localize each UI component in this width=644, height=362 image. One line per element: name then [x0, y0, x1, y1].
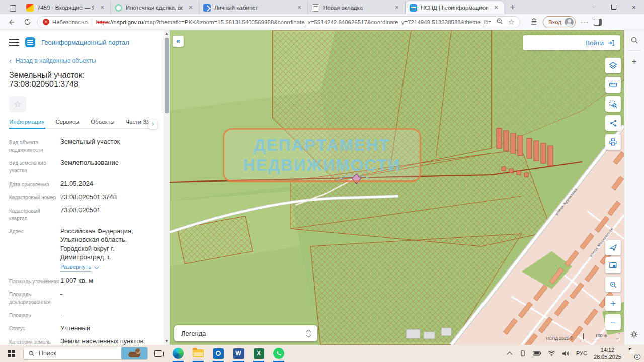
- field-row: Площадь-: [9, 310, 154, 319]
- start-button[interactable]: [0, 345, 23, 362]
- notification-center-button[interactable]: 2: [628, 349, 639, 358]
- sidebar-add-icon[interactable]: +: [632, 57, 637, 67]
- tab-new[interactable]: Новая вкладка ×: [308, 1, 406, 14]
- search-highlight-image[interactable]: [121, 347, 147, 359]
- minimap-button[interactable]: [605, 257, 621, 273]
- taskbar-explorer[interactable]: [188, 345, 208, 362]
- back-icon[interactable]: [5, 16, 17, 28]
- collapse-panel-button[interactable]: «: [173, 36, 184, 47]
- back-to-results-link[interactable]: ‹ Назад в найденные объекты: [9, 57, 154, 65]
- browser-toolbar: × Небезопасно https://nspd.gov.ru/map?th…: [0, 14, 644, 30]
- tray-expand-icon[interactable]: [507, 351, 512, 357]
- wifi-icon[interactable]: [548, 350, 555, 356]
- toolbar-right: Вход ···: [525, 16, 602, 28]
- field-row: СтатусУчтенный: [9, 324, 154, 333]
- refresh-icon[interactable]: [21, 16, 33, 28]
- scale-bar: 100 m: [583, 333, 619, 339]
- divider: [92, 19, 92, 26]
- volume-icon[interactable]: [562, 350, 570, 357]
- print-button[interactable]: [605, 134, 621, 150]
- field-row: Площадь уточненная1 007 кв. м: [9, 276, 154, 285]
- task-view-icon: [154, 350, 162, 357]
- zoom-out-page-icon[interactable]: [496, 18, 503, 26]
- url-text[interactable]: https://nspd.gov.ru/map?thematic=PKK&zoo…: [96, 19, 491, 25]
- menu-icon[interactable]: [9, 39, 19, 46]
- tab-objects[interactable]: Объекты: [91, 119, 114, 125]
- task-view-button[interactable]: [148, 345, 168, 362]
- taskbar-word[interactable]: W: [228, 345, 249, 362]
- close-window-button[interactable]: ×: [624, 0, 644, 14]
- phone-link-icon[interactable]: [519, 350, 526, 357]
- scrollbar-thumb[interactable]: [165, 38, 169, 113]
- maximize-button[interactable]: [604, 0, 624, 14]
- favorite-parcel-button[interactable]: ☆: [9, 96, 26, 112]
- zoom-out-button[interactable]: −: [605, 314, 621, 330]
- scroll-up-icon[interactable]: ▲: [164, 30, 170, 37]
- expand-address-link[interactable]: Развернуть: [60, 263, 154, 272]
- tab-services[interactable]: Сервисы: [55, 119, 79, 125]
- taskbar-search-input[interactable]: Поиск: [23, 347, 148, 360]
- sidebar-search-icon[interactable]: [630, 36, 638, 44]
- zoom-in-button[interactable]: +: [605, 296, 621, 311]
- parcel-fields: Вид объекта недвижимостиЗемельный участо…: [9, 137, 154, 345]
- battery-icon[interactable]: [533, 350, 541, 356]
- close-icon[interactable]: ×: [98, 4, 106, 12]
- window-controls: – ×: [584, 0, 644, 14]
- taskbar-outlook[interactable]: [208, 345, 228, 362]
- scroll-down-icon[interactable]: ▼: [164, 338, 170, 345]
- taskbar-excel[interactable]: X: [249, 345, 269, 362]
- not-secure-icon: ×: [43, 19, 49, 25]
- locate-button[interactable]: [605, 240, 621, 255]
- clock[interactable]: 14:12 28.05.2025: [594, 346, 621, 361]
- tab-parts[interactable]: Части ЗУ: [126, 119, 150, 125]
- tab-title: Новая вкладка: [323, 5, 389, 11]
- tab-title: Личный кабинет: [214, 5, 291, 11]
- close-icon[interactable]: ×: [295, 4, 303, 12]
- address-bar[interactable]: × Небезопасно https://nspd.gov.ru/map?th…: [37, 16, 520, 28]
- field-row: Вид объекта недвижимостиЗемельный участо…: [9, 137, 154, 154]
- parcel-title: Земельный участок: 73:08:020501:3748: [9, 71, 154, 89]
- tab-personal-account[interactable]: Личный кабинет ×: [199, 1, 308, 14]
- sidebar-toggle-icon[interactable]: [594, 19, 602, 26]
- chevron-up-down-icon: [307, 330, 310, 337]
- field-row: Вид земельного участкаЗемлепользование: [9, 158, 154, 175]
- map-canvas[interactable]: улица Курчатова улица Московская ДЕПАРТА…: [170, 30, 624, 345]
- favorite-star-icon[interactable]: ☆: [508, 18, 515, 27]
- tab-title: НСПД | Геоинформационный по: [421, 5, 488, 11]
- system-tray: РУС 14:12 28.05.2025 2: [509, 346, 644, 361]
- nspd-logo-icon: [410, 4, 417, 12]
- close-icon[interactable]: ×: [393, 4, 401, 12]
- signin-button[interactable]: Вход: [543, 16, 576, 28]
- tab-information[interactable]: Информация: [9, 119, 44, 125]
- map-attribution: НСПД 2025 ©: [546, 336, 573, 341]
- search-on-map-button[interactable]: [605, 277, 621, 292]
- avatar: [565, 18, 574, 27]
- date: 28.05.2025: [594, 353, 621, 360]
- tab-nspd-active[interactable]: НСПД | Геоинформационный по ×: [406, 1, 504, 14]
- taskbar-edge[interactable]: [168, 345, 188, 362]
- collections-icon[interactable]: [530, 18, 538, 27]
- security-label[interactable]: Небезопасно: [52, 19, 88, 25]
- legend-toggle[interactable]: Легенда: [174, 325, 317, 341]
- portal-title: Геоинформационный портал: [41, 39, 129, 46]
- windows-logo-icon: [8, 350, 15, 357]
- tab-actions-icon[interactable]: [6, 3, 19, 13]
- minimize-button[interactable]: –: [584, 0, 604, 14]
- new-tab-button[interactable]: +: [506, 1, 519, 14]
- layers-button[interactable]: [605, 58, 621, 73]
- taskbar-whatsapp[interactable]: [269, 345, 289, 362]
- language-indicator[interactable]: РУС: [576, 350, 587, 356]
- sidebar-settings-gear-icon[interactable]: [630, 330, 638, 339]
- area-select-button[interactable]: [605, 96, 621, 112]
- map-login-button[interactable]: Войти: [523, 35, 620, 50]
- share-button[interactable]: [605, 115, 621, 131]
- close-icon[interactable]: ×: [492, 4, 500, 12]
- tab-yandex-mail[interactable]: 7459 · Входящие — Яндекс Почт ×: [22, 1, 111, 14]
- menu-dots-icon[interactable]: ···: [581, 18, 589, 26]
- close-icon[interactable]: ×: [187, 4, 195, 12]
- tabs-scroll-right-icon[interactable]: ›: [148, 120, 157, 129]
- tab-mortgage[interactable]: Ипотечная сделка, войти в личн ×: [111, 1, 199, 14]
- panel-scrollbar[interactable]: ▲ ▼: [164, 30, 170, 345]
- ruler-button[interactable]: [605, 77, 621, 93]
- word-icon: W: [233, 348, 244, 359]
